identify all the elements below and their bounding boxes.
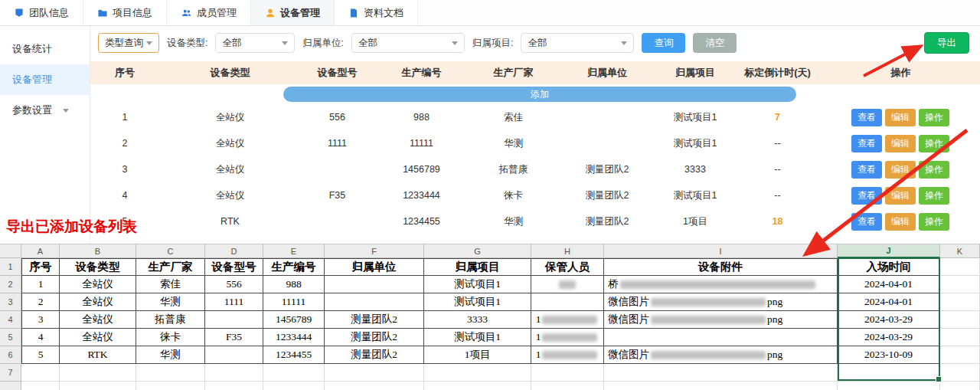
cell-I8[interactable]: [604, 382, 838, 390]
cell-B8[interactable]: [60, 382, 136, 390]
export-button[interactable]: 导出: [924, 32, 969, 54]
cell-G5[interactable]: 测试项目1: [424, 329, 531, 346]
operate-button[interactable]: 操作: [919, 161, 949, 179]
owner-unit-select[interactable]: 全部: [351, 33, 465, 53]
cell-D4[interactable]: [205, 311, 263, 329]
cell-G8[interactable]: [424, 382, 531, 390]
col-header-H[interactable]: H: [531, 244, 604, 258]
row-header-6[interactable]: 6: [0, 346, 21, 364]
col-header-E[interactable]: E: [263, 244, 325, 258]
operate-button[interactable]: 操作: [919, 109, 949, 126]
cell-B2[interactable]: 全站仪: [60, 276, 136, 293]
cell-K3[interactable]: [940, 293, 980, 311]
cell-A2[interactable]: 1: [21, 276, 60, 293]
cell-K7[interactable]: [940, 364, 980, 382]
cell-C8[interactable]: [136, 382, 205, 390]
cell-E2[interactable]: 988: [263, 276, 325, 293]
operate-button[interactable]: 操作: [919, 213, 949, 231]
sidebar-item-device-stats[interactable]: 设备统计: [0, 34, 90, 64]
cell-A5[interactable]: 4: [21, 329, 60, 346]
cell-I5[interactable]: [604, 329, 838, 346]
cell-G7[interactable]: [424, 364, 531, 382]
cell-C5[interactable]: 徕卡: [136, 329, 205, 346]
cell-C2[interactable]: 索佳: [136, 276, 205, 293]
cell-J6[interactable]: 2023-10-09: [838, 346, 940, 364]
col-header-J[interactable]: J: [838, 244, 940, 258]
cell-J4[interactable]: 2024-03-29: [838, 311, 940, 329]
cell-I3[interactable]: 微信图片png: [604, 293, 838, 311]
view-button[interactable]: 查看: [851, 109, 882, 126]
operate-button[interactable]: 操作: [919, 187, 949, 205]
cell-K5[interactable]: [940, 329, 980, 346]
row-header-7[interactable]: 7: [0, 364, 21, 382]
tab-device-management[interactable]: 设备管理: [251, 0, 335, 25]
cell-G3[interactable]: 测试项目1: [424, 293, 531, 311]
cell-D7[interactable]: [205, 364, 263, 382]
owner-project-select[interactable]: 全部: [521, 33, 634, 53]
sidebar-item-parameter-settings[interactable]: 参数设置: [0, 95, 90, 126]
edit-button[interactable]: 编辑: [885, 161, 916, 179]
cell-K6[interactable]: [940, 346, 980, 364]
cell-K2[interactable]: [940, 276, 980, 293]
cell-A4[interactable]: 3: [21, 311, 60, 329]
sheet-corner[interactable]: [0, 244, 21, 258]
cell-B7[interactable]: [60, 364, 136, 382]
cell-G2[interactable]: 测试项目1: [424, 276, 531, 293]
cell-A1[interactable]: 序号: [21, 258, 60, 276]
cell-D1[interactable]: 设备型号: [205, 258, 263, 276]
cell-J2[interactable]: 2024-04-01: [838, 276, 940, 293]
cell-D8[interactable]: [205, 382, 263, 390]
cell-E5[interactable]: 1233444: [263, 329, 325, 346]
device-type-select[interactable]: 全部: [215, 33, 295, 53]
cell-J5[interactable]: 2024-03-29: [838, 329, 940, 346]
tab-team-info[interactable]: 团队信息: [0, 0, 83, 25]
cell-A8[interactable]: [21, 382, 60, 390]
cell-I1[interactable]: 设备附件: [604, 258, 838, 276]
row-header-1[interactable]: 1: [0, 258, 21, 276]
cell-C3[interactable]: 华测: [136, 293, 205, 311]
cell-E8[interactable]: [263, 382, 325, 390]
edit-button[interactable]: 编辑: [885, 213, 916, 231]
add-device-button[interactable]: 添加: [283, 87, 796, 102]
cell-H2[interactable]: [531, 276, 604, 293]
cell-G4[interactable]: 3333: [424, 311, 531, 329]
cell-H8[interactable]: [531, 382, 604, 390]
cell-I2[interactable]: 桥: [604, 276, 838, 293]
cell-F8[interactable]: [325, 382, 424, 390]
cell-C6[interactable]: 华测: [136, 346, 205, 364]
cell-C7[interactable]: [136, 364, 205, 382]
cell-J1[interactable]: 入场时间: [838, 258, 940, 276]
view-button[interactable]: 查看: [851, 187, 882, 205]
col-header-C[interactable]: C: [136, 244, 205, 258]
cell-E3[interactable]: 11111: [263, 293, 325, 311]
view-button[interactable]: 查看: [851, 135, 882, 152]
cell-D5[interactable]: F35: [205, 329, 263, 346]
clear-button[interactable]: 清空: [693, 33, 737, 53]
cell-B3[interactable]: 全站仪: [60, 293, 136, 311]
cell-B4[interactable]: 全站仪: [60, 311, 136, 329]
cell-B1[interactable]: 设备类型: [60, 258, 136, 276]
cell-K8[interactable]: [940, 382, 980, 390]
edit-button[interactable]: 编辑: [885, 135, 916, 152]
cell-K4[interactable]: [940, 311, 980, 329]
cell-I6[interactable]: 微信图片png: [604, 346, 838, 364]
cell-C4[interactable]: 拓普康: [136, 311, 205, 329]
cell-E6[interactable]: 1234455: [263, 346, 325, 364]
cell-A3[interactable]: 2: [21, 293, 60, 311]
cell-J3[interactable]: 2024-04-01: [838, 293, 940, 311]
cell-H3[interactable]: [531, 293, 604, 311]
cell-H6[interactable]: 1: [531, 346, 604, 364]
cell-E4[interactable]: 1456789: [263, 311, 325, 329]
view-button[interactable]: 查看: [851, 161, 882, 179]
cell-H5[interactable]: 1: [531, 329, 604, 346]
cell-J7[interactable]: [838, 364, 940, 382]
row-header-4[interactable]: 4: [0, 311, 21, 329]
col-header-I[interactable]: I: [604, 244, 838, 258]
col-header-A[interactable]: A: [21, 244, 60, 258]
row-header-3[interactable]: 3: [0, 293, 21, 311]
cell-H1[interactable]: 保管人员: [531, 258, 604, 276]
cell-D3[interactable]: 1111: [205, 293, 263, 311]
cell-H4[interactable]: 1: [531, 311, 604, 329]
cell-A7[interactable]: [21, 364, 60, 382]
type-query-select[interactable]: 类型查询: [98, 33, 159, 53]
